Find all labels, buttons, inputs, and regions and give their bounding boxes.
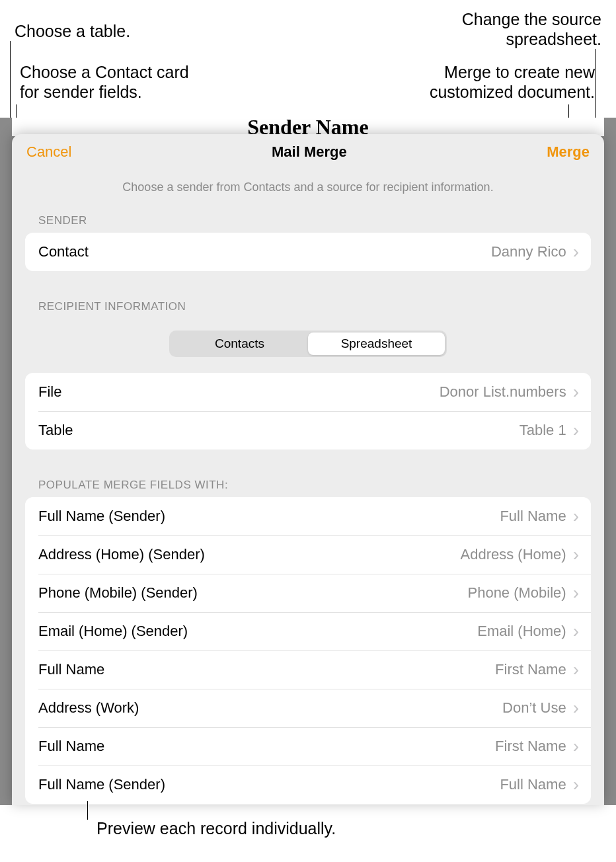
field-row[interactable]: Phone (Mobile) (Sender) Phone (Mobile) ›	[25, 574, 591, 612]
callout-choose-table: Choose a table.	[15, 21, 130, 41]
chevron-right-icon: ›	[573, 507, 579, 526]
segment-spreadsheet[interactable]: Spreadsheet	[308, 333, 445, 355]
callout-choose-contact: Choose a Contact card for sender fields.	[20, 62, 189, 102]
field-row-value: Full Name	[500, 508, 566, 525]
field-row-label: Full Name	[38, 738, 104, 755]
callout-line1: Choose a Contact card	[20, 63, 189, 81]
sheet-subtitle: Choose a sender from Contacts and a sour…	[12, 167, 604, 210]
contact-row-value: Danny Rico	[491, 243, 566, 260]
segment-contacts[interactable]: Contacts	[171, 333, 308, 355]
section-recipient-header: RECIPIENT INFORMATION	[12, 296, 604, 319]
field-row-value-wrap: Full Name ›	[500, 775, 579, 794]
chevron-right-icon: ›	[573, 737, 579, 756]
contact-row-label: Contact	[38, 243, 89, 260]
callout-line2: for sender fields.	[20, 83, 142, 101]
field-row-label: Full Name	[38, 661, 104, 678]
field-row-label: Address (Work)	[38, 699, 139, 717]
callout-line2: customized document.	[430, 83, 595, 101]
section-populate-header: POPULATE MERGE FIELDS WITH:	[12, 475, 604, 497]
field-row-value-wrap: First Name ›	[495, 737, 579, 756]
source-segmented-control: Contacts Spreadsheet	[169, 331, 447, 357]
table-row[interactable]: Table Table 1 ›	[25, 411, 591, 450]
field-row-label: Phone (Mobile) (Sender)	[38, 584, 198, 602]
field-row-value-wrap: Don’t Use ›	[502, 699, 579, 717]
field-row-value: First Name	[495, 661, 566, 678]
table-row-value: Table 1	[520, 422, 566, 439]
chevron-right-icon: ›	[573, 775, 579, 794]
merge-button[interactable]: Merge	[547, 143, 590, 161]
table-row-value-wrap: Table 1 ›	[520, 421, 579, 440]
field-row[interactable]: Address (Work) Don’t Use ›	[25, 689, 591, 727]
contact-row[interactable]: Contact Danny Rico ›	[25, 233, 591, 271]
sheet-navbar: Cancel Mail Merge Merge	[12, 134, 604, 167]
callout-change-source: Change the source spreadsheet.	[462, 9, 601, 49]
field-row-value-wrap: Phone (Mobile) ›	[467, 584, 579, 602]
field-row-value: Email (Home)	[477, 623, 566, 640]
cancel-button[interactable]: Cancel	[26, 143, 71, 161]
field-row-value-wrap: Email (Home) ›	[477, 622, 579, 641]
field-row-value: Full Name	[500, 776, 566, 793]
field-row-label: Address (Home) (Sender)	[38, 546, 205, 563]
callout-line1: Change the source	[462, 10, 601, 28]
field-row-value-wrap: First Name ›	[495, 660, 579, 679]
field-row-value-wrap: Full Name ›	[500, 507, 579, 526]
field-row-value: First Name	[495, 738, 566, 755]
field-row[interactable]: Address (Home) (Sender) Address (Home) ›	[25, 535, 591, 574]
file-row-label: File	[38, 383, 61, 401]
file-row-value-wrap: Donor List.numbers ›	[440, 383, 579, 401]
callout-merge-doc: Merge to create new customized document.	[430, 62, 595, 102]
field-row-value: Don’t Use	[502, 699, 566, 717]
field-row[interactable]: Full Name (Sender) Full Name ›	[25, 765, 591, 804]
field-row-label: Email (Home) (Sender)	[38, 623, 188, 640]
section-sender-header: SENDER	[12, 210, 604, 233]
segmented-control-wrap: Contacts Spreadsheet	[12, 331, 604, 357]
chevron-right-icon: ›	[573, 584, 579, 602]
leader-preview	[87, 801, 88, 820]
source-group: File Donor List.numbers › Table Table 1 …	[25, 373, 591, 450]
field-row[interactable]: Email (Home) (Sender) Email (Home) ›	[25, 612, 591, 650]
file-row[interactable]: File Donor List.numbers ›	[25, 373, 591, 411]
sheet-title: Mail Merge	[272, 143, 347, 161]
chevron-right-icon: ›	[573, 622, 579, 641]
field-row-value: Address (Home)	[461, 546, 566, 563]
mail-merge-sheet: Cancel Mail Merge Merge Choose a sender …	[12, 134, 604, 805]
document-title-peek: Sender Name	[12, 118, 604, 136]
field-row-value: Phone (Mobile)	[467, 584, 566, 602]
field-row[interactable]: Full Name (Sender) Full Name ›	[25, 497, 591, 535]
fields-group: Full Name (Sender) Full Name › Address (…	[25, 497, 591, 804]
chevron-right-icon: ›	[573, 545, 579, 564]
field-row-value-wrap: Address (Home) ›	[461, 545, 579, 564]
field-row[interactable]: Full Name First Name ›	[25, 727, 591, 765]
chevron-right-icon: ›	[573, 421, 579, 440]
file-row-value: Donor List.numbers	[440, 383, 566, 401]
contact-row-value-wrap: Danny Rico ›	[491, 243, 579, 261]
chevron-right-icon: ›	[573, 660, 579, 679]
chevron-right-icon: ›	[573, 383, 579, 401]
table-row-label: Table	[38, 422, 73, 439]
callout-preview: Preview each record individually.	[96, 818, 336, 838]
callout-line1: Merge to create new	[444, 63, 595, 81]
chevron-right-icon: ›	[573, 243, 579, 261]
field-row-label: Full Name (Sender)	[38, 776, 165, 793]
callout-line2: spreadsheet.	[506, 30, 601, 48]
field-row-label: Full Name (Sender)	[38, 508, 165, 525]
field-row[interactable]: Full Name First Name ›	[25, 650, 591, 689]
chevron-right-icon: ›	[573, 699, 579, 717]
sender-group: Contact Danny Rico ›	[25, 233, 591, 271]
preview-records-link[interactable]: Preview 18 Records	[12, 804, 604, 805]
